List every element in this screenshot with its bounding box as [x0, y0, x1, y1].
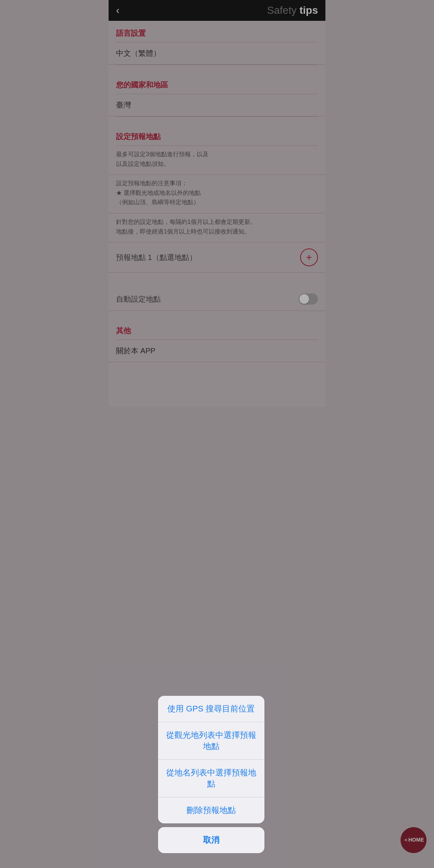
- action-sheet-overlay[interactable]: 使用 GPS 搜尋目前位置 從觀光地列表中選擇預報地點 從地名列表中選擇預報地點…: [109, 0, 325, 434]
